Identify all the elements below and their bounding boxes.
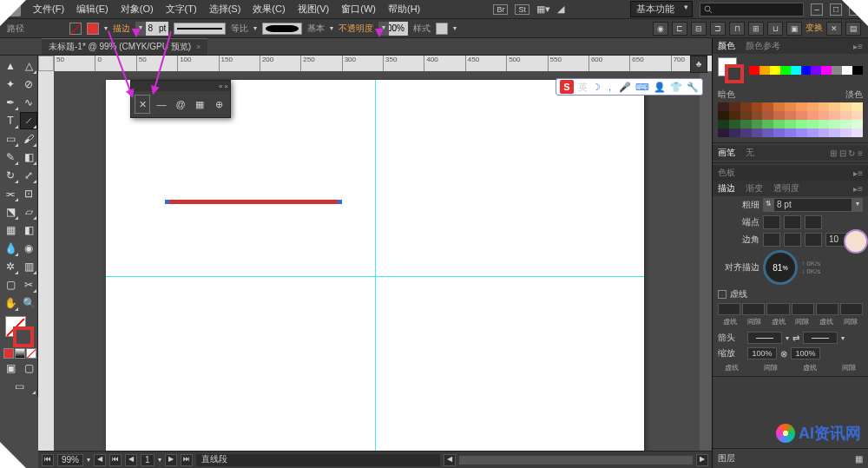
menu-file[interactable]: 文件(F) (33, 3, 64, 16)
lasso-tool[interactable]: ⊘ (20, 76, 37, 93)
horizontal-ruler[interactable]: 5005010015020025030035040045050055060065… (54, 56, 712, 71)
menu-select[interactable]: 选择(S) (209, 3, 241, 16)
artboard-nav-first[interactable]: ⏮ (109, 454, 122, 466)
ime-lang-label[interactable]: 英 (578, 81, 588, 94)
workspace-dropdown[interactable]: 基本功能 (630, 1, 693, 17)
stroke-profile-dropdown[interactable] (174, 23, 226, 35)
gradient-panel-tab[interactable]: 渐变 (746, 182, 763, 194)
swap-arrows-icon[interactable]: ⇄ (792, 333, 799, 343)
brush-none[interactable]: ✕ (135, 95, 150, 114)
mesh-tool[interactable]: ▦ (2, 221, 19, 239)
ime-logo-icon[interactable]: S (560, 80, 574, 94)
pencil-tool[interactable]: ✎ (2, 148, 19, 166)
stroke-weight-input[interactable]: ⇅8pt▾ (135, 22, 168, 36)
transform-x-icon[interactable]: ✕ (826, 22, 842, 36)
screen-mode-full[interactable]: ▢ (20, 359, 37, 377)
slice-tool[interactable]: ✂ (20, 276, 37, 293)
color-swatch-grid[interactable] (718, 102, 863, 137)
maximize-button[interactable]: □ (830, 3, 842, 16)
hand-tool[interactable]: ✋ (2, 294, 19, 312)
scroll-left-button[interactable]: ◀ (444, 454, 456, 466)
brush-spiral[interactable]: @ (173, 95, 188, 114)
wrench-icon[interactable]: 🔧 (687, 82, 699, 93)
line-segment-tool[interactable]: ⟋ (20, 112, 37, 129)
magic-wand-tool[interactable]: ✦ (2, 76, 19, 93)
rectangle-tool[interactable]: ▭ (2, 130, 19, 148)
stock-badge[interactable]: St (515, 4, 529, 15)
rotate-tool[interactable]: ↻ (2, 167, 19, 184)
menu-window[interactable]: 窗口(W) (341, 3, 376, 16)
zoom-tool[interactable]: 🔍 (20, 294, 37, 312)
swatch-tab[interactable]: 色板 (718, 167, 735, 179)
free-transform-tool[interactable]: ⊡ (20, 185, 37, 202)
none-tab[interactable]: 无 (746, 147, 754, 159)
arrange-docs-icon[interactable]: ▦▾ (536, 3, 550, 15)
cap-round[interactable] (784, 215, 801, 229)
cap-square[interactable] (805, 215, 822, 229)
panel-collapse-icon[interactable]: « (219, 82, 222, 90)
first-artboard-button[interactable]: ⏮ (42, 454, 54, 466)
brush-polar[interactable]: ⊕ (211, 95, 227, 114)
column-graph-tool[interactable]: ▥ (20, 258, 37, 275)
horizontal-scrollbar[interactable] (459, 456, 693, 465)
style-swatch[interactable] (436, 23, 448, 35)
join-round[interactable] (784, 233, 801, 247)
vertical-ruler[interactable] (38, 71, 54, 451)
gradient-tool[interactable]: ◧ (20, 221, 37, 239)
scroll-right-button[interactable]: ▶ (696, 454, 708, 466)
tab-close-icon[interactable]: × (196, 43, 201, 51)
artboard-number[interactable]: 1 (141, 454, 155, 466)
brushes-floating-panel[interactable]: «× ✕ — @ ▦ ⊕ (130, 80, 231, 118)
menu-text[interactable]: 文字(T) (166, 3, 197, 16)
guide-vertical[interactable] (375, 80, 376, 451)
selection-tool[interactable]: ▲ (2, 57, 19, 75)
brushes-tab[interactable]: 画笔 (718, 147, 735, 159)
pen-tool[interactable]: ✒ (2, 94, 19, 111)
type-tool[interactable]: T (2, 112, 19, 129)
zoom-level[interactable]: 99% (57, 454, 83, 466)
brush-definition-dropdown[interactable] (262, 23, 302, 35)
comma-icon[interactable]: ， (605, 81, 615, 94)
menu-effect[interactable]: 效果(C) (253, 3, 285, 16)
artboard-nav-last[interactable]: ⏭ (181, 454, 193, 466)
align-right-icon[interactable]: ⊐ (710, 22, 726, 36)
panel-icons[interactable]: ⊞ ⊟ ↻ ≡ (830, 148, 863, 158)
curvature-tool[interactable]: ∿ (20, 94, 37, 111)
bridge-badge[interactable]: Br (493, 4, 508, 15)
opacity-label[interactable]: 不透明度 (339, 23, 373, 35)
join-bevel[interactable] (805, 233, 822, 247)
symbol-sprayer-tool[interactable]: ✲ (2, 258, 19, 275)
prev-artboard-button[interactable]: ◀ (94, 454, 106, 466)
join-miter[interactable] (763, 233, 780, 247)
brush-basic[interactable]: — (154, 95, 169, 114)
arrow-scale-start[interactable]: 100% (747, 347, 777, 359)
align-center-h-icon[interactable]: ⊟ (691, 22, 707, 36)
arrowhead-start[interactable] (747, 332, 782, 344)
scale-tool[interactable]: ⤢ (20, 167, 37, 184)
dash-checkbox[interactable] (718, 290, 727, 299)
menu-view[interactable]: 视图(V) (298, 3, 330, 16)
panel-menu-icon[interactable]: ▸≡ (853, 42, 863, 51)
ime-toolbar[interactable]: S 英 ☽ ， 🎤 ⌨ 👤 👕 🔧 (556, 78, 703, 96)
shirt-icon[interactable]: 👕 (670, 82, 682, 93)
stroke-label[interactable]: 描边 (113, 23, 130, 35)
color-tab[interactable]: 颜色 (718, 40, 735, 52)
line-segment-path[interactable] (167, 200, 340, 204)
brush-grid[interactable]: ▦ (192, 95, 207, 114)
menu-edit[interactable]: 编辑(E) (76, 3, 108, 16)
weight-input[interactable]: ⇅8 pt▾ (763, 198, 863, 212)
dash-inputs[interactable] (718, 303, 863, 315)
menu-help[interactable]: 帮助(H) (388, 3, 420, 16)
stroke-swatch[interactable] (87, 23, 99, 35)
align-middle-icon[interactable]: ⊞ (748, 22, 764, 36)
paintbrush-tool[interactable]: 🖌 (20, 130, 37, 148)
vertical-scrollbar[interactable] (700, 71, 712, 451)
layers-menu-icon[interactable]: ▦ (855, 454, 863, 464)
search-input[interactable] (700, 3, 804, 16)
panel-toggle-icon[interactable]: ♣ (690, 56, 707, 73)
artboard-nav-prev[interactable]: ◀ (125, 454, 137, 466)
align-bottom-icon[interactable]: ⊔ (767, 22, 783, 36)
opacity-input[interactable]: 100%▾ (378, 22, 408, 36)
arrow-scale-end[interactable]: 100% (791, 347, 820, 359)
isolate-icon[interactable]: ▣ (786, 22, 802, 36)
